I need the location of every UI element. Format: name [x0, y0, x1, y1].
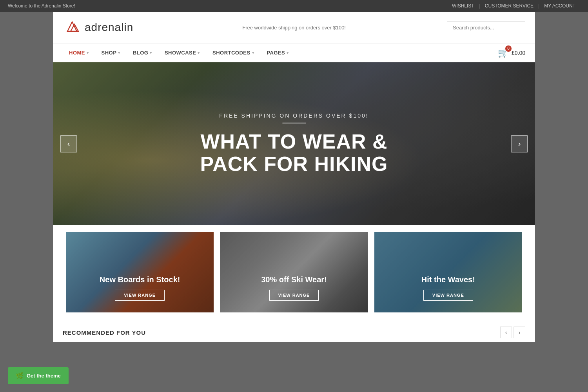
hero-divider — [282, 122, 306, 123]
customer-service-link[interactable]: CUSTOMER SERVICE — [480, 3, 538, 9]
hero-subtitle: FREE SHIPPING ON ORDERS OVER $100! — [200, 112, 388, 118]
wishlist-link[interactable]: WISHLIST — [447, 3, 479, 9]
chevron-down-icon: ▾ — [252, 51, 254, 55]
nav-items: HOME ▾ SHOP ▾ BLOG ▾ SHOWCASE ▾ SHORTCOD… — [63, 44, 498, 62]
cart-count: 0 — [505, 45, 512, 52]
hero-banner: FREE SHIPPING ON ORDERS OVER $100! WHAT … — [53, 62, 535, 225]
chevron-down-icon: ▾ — [118, 51, 120, 55]
promo-card-skiwear[interactable]: 30% off Ski Wear! VIEW RANGE — [220, 232, 368, 312]
top-bar-links: WISHLIST | CUSTOMER SERVICE | MY ACCOUNT — [447, 3, 580, 9]
promo-card-title-2: 30% off Ski Wear! — [261, 275, 327, 284]
header: adrenalin Free worldwide shipping on ord… — [53, 12, 535, 44]
chevron-down-icon: ▾ — [198, 51, 200, 55]
cart-total: £0.00 — [512, 50, 525, 56]
promo-card-title-3: Hit the Waves! — [421, 275, 475, 284]
chevron-down-icon: ▾ — [150, 51, 152, 55]
nav-item-home[interactable]: HOME ▾ — [63, 44, 95, 62]
search-input[interactable] — [447, 21, 525, 34]
promo-view-btn-1[interactable]: VIEW RANGE — [115, 290, 165, 301]
promo-card-boards[interactable]: New Boards in Stock! VIEW RANGE — [66, 232, 214, 312]
chevron-down-icon: ▾ — [87, 51, 89, 55]
promo-view-btn-2[interactable]: VIEW RANGE — [269, 290, 319, 301]
promo-card-waves[interactable]: Hit the Waves! VIEW RANGE — [374, 232, 522, 312]
cart-icon: 🛒 0 — [498, 48, 508, 58]
nav-item-showcase[interactable]: SHOWCASE ▾ — [158, 44, 206, 62]
welcome-text: Welcome to the Adrenalin Store! — [8, 3, 75, 9]
promo-card-content-2: 30% off Ski Wear! VIEW RANGE — [220, 232, 368, 312]
promo-view-btn-3[interactable]: VIEW RANGE — [423, 290, 473, 301]
logo-text: adrenalin — [85, 21, 133, 34]
hero-title: WHAT TO WEAR & PACK FOR HIKING — [200, 130, 388, 175]
recommended-nav: ‹ › — [500, 327, 525, 338]
svg-marker-1 — [71, 24, 78, 31]
promo-card-title-1: New Boards in Stock! — [100, 275, 180, 284]
main-container: adrenalin Free worldwide shipping on ord… — [53, 12, 535, 342]
chevron-down-icon: ▾ — [287, 51, 289, 55]
promo-card-content-1: New Boards in Stock! VIEW RANGE — [66, 232, 214, 312]
recommended-next-button[interactable]: › — [514, 327, 525, 338]
promo-card-content-3: Hit the Waves! VIEW RANGE — [374, 232, 522, 312]
nav-item-pages[interactable]: PAGES ▾ — [260, 44, 295, 62]
recommended-prev-button[interactable]: ‹ — [500, 327, 512, 338]
nav-item-shortcodes[interactable]: SHORTCODES ▾ — [206, 44, 260, 62]
my-account-link[interactable]: MY ACCOUNT — [539, 3, 580, 9]
promo-section: New Boards in Stock! VIEW RANGE 30% off … — [53, 225, 535, 319]
nav-item-blog[interactable]: BLOG ▾ — [127, 44, 158, 62]
recommended-header: RECOMMENDED FOR YOU ‹ › — [63, 327, 525, 338]
top-bar: Welcome to the Adrenalin Store! WISHLIST… — [0, 0, 588, 12]
hero-next-button[interactable]: › — [511, 135, 528, 152]
tagline: Free worldwide shipping on orders over $… — [141, 25, 447, 31]
logo[interactable]: adrenalin — [63, 19, 133, 36]
hero-prev-button[interactable]: ‹ — [60, 135, 77, 152]
recommended-section: RECOMMENDED FOR YOU ‹ › — [53, 319, 535, 342]
hero-content: FREE SHIPPING ON ORDERS OVER $100! WHAT … — [200, 112, 388, 175]
recommended-title: RECOMMENDED FOR YOU — [63, 329, 146, 336]
logo-icon — [63, 19, 82, 36]
nav-item-shop[interactable]: SHOP ▾ — [95, 44, 127, 62]
main-nav: HOME ▾ SHOP ▾ BLOG ▾ SHOWCASE ▾ SHORTCOD… — [53, 44, 535, 62]
cart-area[interactable]: 🛒 0 £0.00 — [498, 48, 525, 58]
